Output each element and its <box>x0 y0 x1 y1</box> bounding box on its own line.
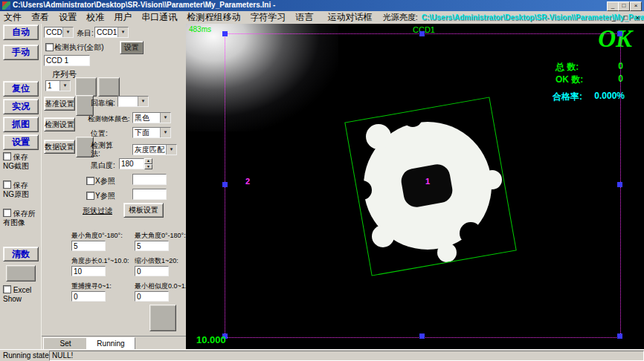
similarity-label: 最小相似度0.0~1.0: <box>135 282 193 291</box>
app-icon <box>2 1 10 10</box>
save-ng-raw-checkbox[interactable] <box>3 180 11 189</box>
menu-item-file[interactable]: 文件 <box>0 11 25 23</box>
save-ng-shot-checkbox[interactable] <box>3 152 11 160</box>
left-toolbar: 自动 手动 复位 实况 抓图 设置 保存NG截图 保存NG原图 保存所有图像 清… <box>0 24 41 349</box>
minimize-button[interactable]: _ <box>607 1 619 11</box>
template-settings-button[interactable]: 模板设置 <box>123 203 164 218</box>
chevron-down-icon: ▼ <box>138 97 148 106</box>
ccd-select[interactable]: CCD1 ▼ <box>44 27 74 38</box>
status-bar: Running state NULL! <box>0 349 644 361</box>
serial-delete-button <box>98 77 120 97</box>
ref-select-value <box>118 97 138 106</box>
roi-handle-top-left[interactable] <box>222 31 228 36</box>
algorithm-label: 检测算法: <box>91 141 116 157</box>
maximize-button[interactable]: □ <box>618 1 630 11</box>
ccd-select-value: CCD1 <box>45 27 62 37</box>
save-ng-raw-option[interactable]: 保存NG原图 <box>3 180 39 199</box>
settings-button[interactable]: 设置 <box>3 134 39 150</box>
gray-threshold-field[interactable] <box>119 158 144 169</box>
save-all-checkbox[interactable] <box>3 209 11 217</box>
menu-item-serial-comm[interactable]: 串口通讯 <box>138 11 181 23</box>
clear-count-button[interactable]: 清数 <box>3 247 39 261</box>
object-color-label: 检测物体颜色: <box>88 114 130 124</box>
menu-item-user[interactable]: 用户 <box>110 11 135 23</box>
chevron-down-icon: ▼ <box>62 27 73 37</box>
save-all-option[interactable]: 保存所有图像 <box>3 209 39 227</box>
detect-settings-button[interactable]: 检测设置 <box>44 117 75 131</box>
child-restore-button[interactable]: □ <box>621 12 631 24</box>
max-angle-label: 最大角度0°-180°: <box>135 231 186 241</box>
roi-handle-top-right[interactable] <box>617 31 622 36</box>
child-window-controls: _ □ × <box>609 11 643 24</box>
item-select[interactable]: CCD1 ▼ <box>94 27 129 38</box>
live-button[interactable]: 实况 <box>3 99 39 114</box>
exec-set-button[interactable]: 设置 <box>120 41 144 54</box>
ref-select[interactable]: ▼ <box>117 96 149 107</box>
excel-show-checkbox[interactable] <box>3 285 11 293</box>
x-ref-label: X参照 <box>95 176 115 186</box>
roi-handle-bottom-center[interactable] <box>419 334 425 339</box>
menu-item-char-learning[interactable]: 字符学习 <box>246 11 289 23</box>
menu-item-language[interactable]: 语言 <box>292 11 318 23</box>
capture-button[interactable]: 抓图 <box>3 117 39 132</box>
status-value: NULL! <box>49 351 644 361</box>
max-angle-field[interactable] <box>135 241 169 251</box>
shrink-field[interactable] <box>135 266 169 276</box>
exec-all-label: 检测执行(全部) <box>54 42 104 53</box>
menu-item-settings[interactable]: 设置 <box>55 11 80 23</box>
disabled-button <box>6 265 36 282</box>
tab-running[interactable]: Running <box>86 337 135 350</box>
object-color-select[interactable]: 黑色 ▼ <box>132 112 171 123</box>
roi-handle-mid-left[interactable] <box>222 182 228 187</box>
save-ng-shot-option[interactable]: 保存NG截图 <box>3 152 39 171</box>
panel-tab-bar: Set Running <box>42 336 187 350</box>
menu-item-calibration[interactable]: 校准 <box>83 11 108 23</box>
shape-filter-button[interactable]: 形状过滤 <box>83 206 112 216</box>
menu-item-program-move[interactable]: 检测程组移动 <box>183 11 244 23</box>
exec-all-checkbox[interactable] <box>45 43 54 51</box>
cycle-time-label: 483ms <box>189 25 211 33</box>
gray-threshold-stepper[interactable]: ▲ ▼ <box>144 158 152 169</box>
marker-1: 1 <box>425 177 430 186</box>
spin-up-icon[interactable]: ▲ <box>144 158 152 164</box>
angle-step-field[interactable] <box>71 266 106 276</box>
excel-show-option[interactable]: Excel Show <box>3 285 39 304</box>
x-ref-field[interactable] <box>132 174 167 185</box>
camera-view: 483ms CCD1 OK 总 数: 0 OK 数: 0 合格率: 0.000% <box>186 24 644 349</box>
serial-select[interactable]: 1 ▼ <box>45 80 71 91</box>
roi-handle-top-center[interactable] <box>419 31 425 36</box>
x-ref-checkbox[interactable] <box>86 177 94 185</box>
panel-disabled-button <box>149 305 176 331</box>
match-rectangle <box>344 97 516 276</box>
child-close-button[interactable]: × <box>633 12 643 24</box>
y-ref-label: Y参照 <box>95 191 115 201</box>
menu-bar: 文件 查看 设置 校准 用户 串口通讯 检测程组移动 字符学习 语言 运动对话框… <box>0 11 644 25</box>
roi-handle-bottom-right[interactable] <box>617 334 622 339</box>
spin-down-icon[interactable]: ▼ <box>144 164 152 170</box>
manual-button[interactable]: 手动 <box>3 45 39 60</box>
position-value: 下面 <box>133 128 160 137</box>
close-button[interactable]: × <box>630 1 642 11</box>
algorithm-select[interactable]: 灰度匹配 ▼ <box>132 144 177 155</box>
application-window: C:\Users\Administrator\Desktop\SR-Vision… <box>0 0 644 361</box>
reset-button[interactable]: 复位 <box>3 81 39 97</box>
ccd-name-field[interactable] <box>44 55 90 66</box>
menu-item-motion-dialog[interactable]: 运动对话框 <box>324 11 376 23</box>
y-ref-field[interactable] <box>132 189 167 200</box>
base-settings-button[interactable]: 基准设置 <box>44 97 75 111</box>
roi-handle-mid-right[interactable] <box>617 182 622 187</box>
tab-set[interactable]: Set <box>43 337 88 350</box>
child-minimize-button[interactable]: _ <box>609 12 619 24</box>
marker-2: 2 <box>245 177 250 186</box>
min-angle-field[interactable] <box>71 241 106 251</box>
auto-button[interactable]: 自动 <box>3 25 39 40</box>
serial-group-label: 序列号 <box>52 69 77 80</box>
min-angle-label: 最小角度0°-180°: <box>71 231 123 241</box>
chevron-down-icon: ▼ <box>117 27 128 37</box>
menu-item-view[interactable]: 查看 <box>28 11 53 23</box>
recapture-field[interactable] <box>71 291 106 302</box>
position-select[interactable]: 下面 ▼ <box>132 127 171 138</box>
similarity-field[interactable] <box>135 291 169 302</box>
data-settings-button[interactable]: 数据设置 <box>44 140 75 154</box>
y-ref-checkbox[interactable] <box>86 192 94 200</box>
